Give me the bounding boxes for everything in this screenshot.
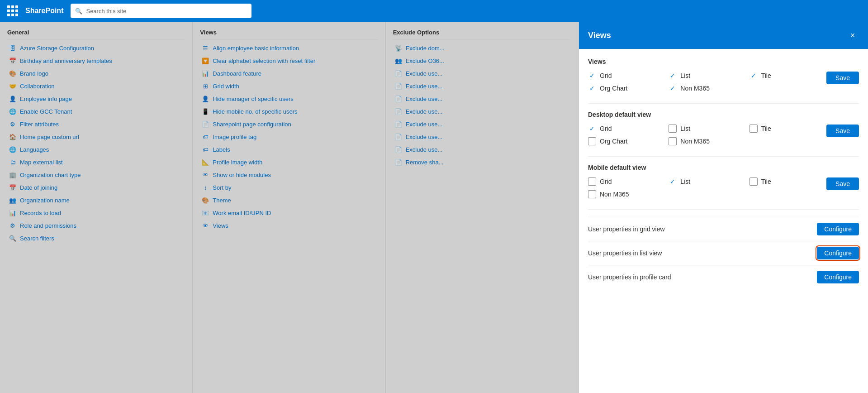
exclude-use-6-icon: 📄 xyxy=(395,133,402,140)
org-name-icon: 👥 xyxy=(9,196,16,204)
list-item[interactable]: 📐 Profile image width xyxy=(200,156,378,168)
desktop-default-section: Desktop default view ✓ Grid List xyxy=(588,111,859,149)
gcc-tenant-icon: 🌐 xyxy=(9,108,16,115)
list-item[interactable]: 📄 Exclude use... xyxy=(393,105,571,118)
user-props-profile-label: User properties in profile card xyxy=(588,273,671,281)
search-filters-icon: 🔍 xyxy=(9,235,16,242)
list-item[interactable]: 📊 Records to load xyxy=(7,206,185,219)
list-item[interactable]: 🤝 Collaboration xyxy=(7,80,185,92)
checkbox-desktop-nonm365[interactable] xyxy=(669,137,677,145)
desktop-nonm365-option[interactable]: Non M365 xyxy=(669,137,745,145)
view-option-nonm365[interactable]: ✓ Non M365 xyxy=(669,84,745,92)
search-icon: 🔍 xyxy=(75,8,82,14)
list-item[interactable]: 👤 Hide manager of specific users xyxy=(200,92,378,105)
view-option-grid[interactable]: ✓ Grid xyxy=(588,72,665,80)
desktop-list-option[interactable]: List xyxy=(669,125,745,133)
list-item[interactable]: 📄 Exclude use... xyxy=(393,67,571,80)
mobile-list-option[interactable]: ✓ List xyxy=(669,177,745,186)
list-item[interactable]: 📅 Birthday and anniversary templates xyxy=(7,54,185,67)
list-item[interactable]: 🎨 Theme xyxy=(200,194,378,206)
list-item[interactable]: 📄 Exclude use... xyxy=(393,80,571,92)
search-placeholder: Search this site xyxy=(86,8,126,14)
checkbox-mobile-tile[interactable] xyxy=(749,177,758,186)
checkbox-mobile-grid[interactable] xyxy=(588,177,596,186)
desktop-nonm365-label: Non M365 xyxy=(680,138,710,145)
configure-profile-button[interactable]: Configure xyxy=(817,271,859,283)
list-item[interactable]: 📄 Exclude use... xyxy=(393,143,571,156)
checkbox-desktop-orgchart[interactable] xyxy=(588,137,596,145)
list-item[interactable]: 📊 Dashboard feature xyxy=(200,67,378,80)
exclude-use-2-icon: 📄 xyxy=(395,82,402,90)
configure-grid-button[interactable]: Configure xyxy=(817,223,859,235)
brand-name: SharePoint xyxy=(25,7,63,15)
views-close-button[interactable]: × xyxy=(846,29,859,42)
list-item[interactable]: 📄 Remove sha... xyxy=(393,156,571,168)
list-item[interactable]: ⚙ Role and permissions xyxy=(7,219,185,232)
checkbox-desktop-tile[interactable] xyxy=(749,125,758,133)
mobile-grid-option[interactable]: Grid xyxy=(588,177,665,186)
profile-width-icon: 📐 xyxy=(202,158,209,166)
views-save-button[interactable]: Save xyxy=(826,72,859,84)
date-joining-icon: 📅 xyxy=(9,184,16,191)
sharepoint-page-icon: 📄 xyxy=(202,120,209,128)
desktop-default-options-grid: ✓ Grid List Tile xyxy=(588,125,826,145)
list-item[interactable]: 📧 Work email ID/UPN ID xyxy=(200,206,378,219)
configure-list-button[interactable]: Configure xyxy=(817,247,859,259)
views-options-grid-row1: ✓ Grid ✓ List ✓ Tile xyxy=(588,72,826,92)
list-item[interactable]: 📄 Exclude use... xyxy=(393,92,571,105)
list-item[interactable]: ↕ Sort by xyxy=(200,181,378,194)
desktop-tile-option[interactable]: Tile xyxy=(749,125,826,133)
desktop-orgchart-option[interactable]: Org Chart xyxy=(588,137,665,145)
list-item[interactable]: 📱 Hide mobile no. of specific users xyxy=(200,105,378,118)
view-option-grid-label: Grid xyxy=(600,72,612,79)
list-item[interactable]: 👤 Employee info page xyxy=(7,92,185,105)
list-item[interactable]: 🏠 Home page custom url xyxy=(7,130,185,143)
list-item[interactable]: 👁 Show or hide modules xyxy=(200,168,378,181)
desktop-grid-option[interactable]: ✓ Grid xyxy=(588,125,665,133)
list-item[interactable]: 🏷 Labels xyxy=(200,143,378,156)
desktop-save-button[interactable]: Save xyxy=(826,125,859,137)
exclude-use-1-icon: 📄 xyxy=(395,70,402,77)
list-item[interactable]: 🔽 Clear alphabet selection with reset fi… xyxy=(200,54,378,67)
list-item[interactable]: 📅 Date of joining xyxy=(7,181,185,194)
views-section: Views ✓ Grid ✓ List ✓ xyxy=(588,58,859,96)
list-item[interactable]: 🎨 Brand logo xyxy=(7,67,185,80)
list-item[interactable]: ⊞ Grid width xyxy=(200,80,378,92)
view-option-tile[interactable]: ✓ Tile xyxy=(749,72,826,80)
mobile-tile-option[interactable]: Tile xyxy=(749,177,826,186)
list-item[interactable]: 📡 Exclude dom... xyxy=(393,42,571,54)
mobile-save-row: Save xyxy=(826,164,859,190)
list-item[interactable]: 🗂 Map external list xyxy=(7,156,185,168)
mobile-save-button[interactable]: Save xyxy=(826,177,859,190)
list-item[interactable]: 👥 Exclude O36... xyxy=(393,54,571,67)
search-box[interactable]: 🔍 Search this site xyxy=(71,4,251,18)
view-option-orgchart[interactable]: ✓ Org Chart xyxy=(588,84,665,92)
checkbox-mobile-nonm365[interactable] xyxy=(588,190,596,198)
views-panel-body: Views ✓ Grid ✓ List ✓ xyxy=(579,49,868,393)
list-item[interactable]: 📄 Sharepoint page configuration xyxy=(200,118,378,130)
list-item[interactable]: ☰ Align employee basic information xyxy=(200,42,378,54)
list-item[interactable]: 👁 Views xyxy=(200,219,378,232)
list-item[interactable]: 👥 Organization name xyxy=(7,194,185,206)
view-option-nonm365-label: Non M365 xyxy=(680,85,710,92)
list-item[interactable]: 📄 Exclude use... xyxy=(393,130,571,143)
list-item[interactable]: 🗄 Azure Storage Configuration xyxy=(7,42,185,54)
mobile-nonm365-option[interactable]: Non M365 xyxy=(588,190,665,198)
list-item[interactable]: 🏢 Organization chart type xyxy=(7,168,185,181)
list-item[interactable]: 📄 Exclude use... xyxy=(393,118,571,130)
list-item[interactable]: 🏷 Image profile tag xyxy=(200,130,378,143)
list-item[interactable]: 🌐 Languages xyxy=(7,143,185,156)
exclude-use-3-icon: 📄 xyxy=(395,95,402,102)
view-option-list-label: List xyxy=(680,72,690,79)
home-icon: 🏠 xyxy=(9,133,16,140)
view-option-list[interactable]: ✓ List xyxy=(669,72,745,80)
checkbox-desktop-list[interactable] xyxy=(669,125,677,133)
user-props-list-label: User properties in list view xyxy=(588,249,662,257)
list-item[interactable]: ⚙ Filter attributes xyxy=(7,118,185,130)
list-item[interactable]: 🌐 Enable GCC Tenant xyxy=(7,105,185,118)
list-item[interactable]: 🔍 Search filters xyxy=(7,232,185,244)
desktop-tile-label: Tile xyxy=(761,125,771,132)
waffle-menu[interactable] xyxy=(7,5,18,16)
mobile-default-header-row: Mobile default view Grid ✓ List xyxy=(588,164,859,202)
exclude-use-4-icon: 📄 xyxy=(395,108,402,115)
